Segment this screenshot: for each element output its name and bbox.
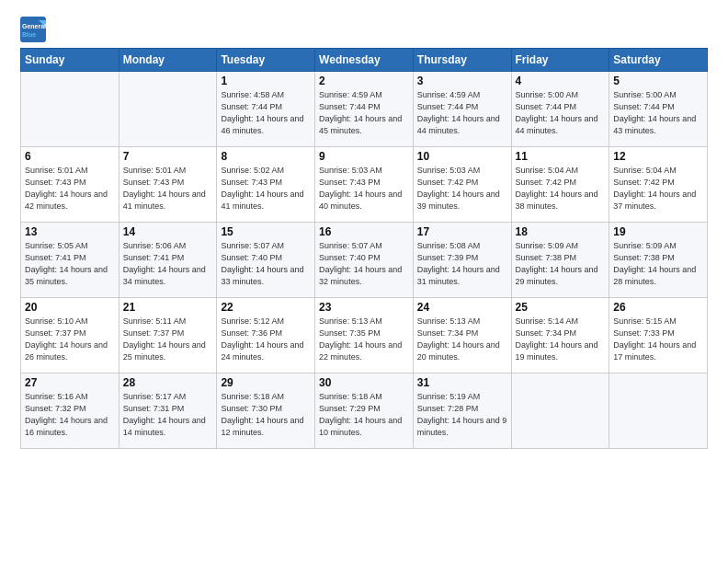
page: General Blue SundayMondayTuesdayWednesda… <box>0 0 728 563</box>
calendar-cell: 2Sunrise: 4:59 AMSunset: 7:44 PMDaylight… <box>315 72 414 147</box>
calendar-week-3: 13Sunrise: 5:05 AMSunset: 7:41 PMDayligh… <box>21 223 708 298</box>
calendar-cell: 17Sunrise: 5:08 AMSunset: 7:39 PMDayligh… <box>413 223 511 298</box>
calendar-cell: 25Sunrise: 5:14 AMSunset: 7:34 PMDayligh… <box>511 298 609 373</box>
weekday-header-monday: Monday <box>119 49 217 72</box>
day-info: Sunrise: 5:01 AMSunset: 7:43 PMDaylight:… <box>123 165 213 213</box>
calendar-cell: 26Sunrise: 5:15 AMSunset: 7:33 PMDayligh… <box>609 298 708 373</box>
day-info: Sunrise: 5:18 AMSunset: 7:29 PMDaylight:… <box>319 391 409 439</box>
day-info: Sunrise: 4:59 AMSunset: 7:44 PMDaylight:… <box>417 89 507 137</box>
weekday-header-friday: Friday <box>511 49 609 72</box>
calendar-cell <box>511 373 609 449</box>
weekday-header-thursday: Thursday <box>413 49 511 72</box>
day-info: Sunrise: 5:05 AMSunset: 7:41 PMDaylight:… <box>25 240 115 288</box>
calendar-table: SundayMondayTuesdayWednesdayThursdayFrid… <box>20 48 708 449</box>
calendar-cell: 28Sunrise: 5:17 AMSunset: 7:31 PMDayligh… <box>119 373 217 449</box>
day-info: Sunrise: 5:03 AMSunset: 7:43 PMDaylight:… <box>319 165 409 213</box>
day-number: 13 <box>25 225 115 238</box>
weekday-header-row: SundayMondayTuesdayWednesdayThursdayFrid… <box>21 49 708 72</box>
day-number: 3 <box>417 75 507 87</box>
logo-icon: General Blue <box>20 17 48 42</box>
day-info: Sunrise: 5:13 AMSunset: 7:34 PMDaylight:… <box>417 316 507 363</box>
day-number: 27 <box>25 376 115 389</box>
day-info: Sunrise: 5:09 AMSunset: 7:38 PMDaylight:… <box>613 240 703 288</box>
day-info: Sunrise: 5:00 AMSunset: 7:44 PMDaylight:… <box>516 89 606 137</box>
day-number: 11 <box>516 150 606 163</box>
calendar-cell: 4Sunrise: 5:00 AMSunset: 7:44 PMDaylight… <box>511 72 609 147</box>
day-info: Sunrise: 5:18 AMSunset: 7:30 PMDaylight:… <box>221 391 311 439</box>
day-number: 28 <box>123 376 213 389</box>
calendar-cell: 15Sunrise: 5:07 AMSunset: 7:40 PMDayligh… <box>217 223 315 298</box>
calendar-cell <box>119 72 217 147</box>
day-info: Sunrise: 5:17 AMSunset: 7:31 PMDaylight:… <box>123 391 213 439</box>
weekday-header-saturday: Saturday <box>609 49 708 72</box>
day-number: 22 <box>221 301 311 314</box>
day-number: 12 <box>613 150 703 163</box>
day-number: 29 <box>221 376 311 389</box>
calendar-cell: 29Sunrise: 5:18 AMSunset: 7:30 PMDayligh… <box>217 373 315 449</box>
weekday-header-wednesday: Wednesday <box>315 49 414 72</box>
day-info: Sunrise: 5:07 AMSunset: 7:40 PMDaylight:… <box>319 240 409 288</box>
day-info: Sunrise: 5:12 AMSunset: 7:36 PMDaylight:… <box>221 316 311 363</box>
day-number: 15 <box>221 225 311 238</box>
calendar-cell: 22Sunrise: 5:12 AMSunset: 7:36 PMDayligh… <box>217 298 315 373</box>
day-number: 30 <box>319 376 409 389</box>
day-number: 1 <box>221 75 311 87</box>
day-number: 10 <box>417 150 507 163</box>
calendar-cell: 9Sunrise: 5:03 AMSunset: 7:43 PMDaylight… <box>315 147 414 223</box>
day-info: Sunrise: 5:16 AMSunset: 7:32 PMDaylight:… <box>25 391 115 439</box>
day-number: 20 <box>25 301 115 314</box>
calendar-cell: 10Sunrise: 5:03 AMSunset: 7:42 PMDayligh… <box>413 147 511 223</box>
day-number: 18 <box>516 225 606 238</box>
calendar-cell: 19Sunrise: 5:09 AMSunset: 7:38 PMDayligh… <box>609 223 708 298</box>
calendar-cell: 20Sunrise: 5:10 AMSunset: 7:37 PMDayligh… <box>21 298 119 373</box>
day-number: 7 <box>123 150 213 163</box>
calendar-cell: 13Sunrise: 5:05 AMSunset: 7:41 PMDayligh… <box>21 223 119 298</box>
day-number: 19 <box>613 225 703 238</box>
day-info: Sunrise: 5:02 AMSunset: 7:43 PMDaylight:… <box>221 165 311 213</box>
calendar-cell: 27Sunrise: 5:16 AMSunset: 7:32 PMDayligh… <box>21 373 119 449</box>
day-info: Sunrise: 5:00 AMSunset: 7:44 PMDaylight:… <box>613 89 703 137</box>
day-number: 17 <box>417 225 507 238</box>
day-number: 16 <box>319 225 409 238</box>
calendar-cell <box>609 373 708 449</box>
header: General Blue <box>20 17 708 42</box>
day-info: Sunrise: 5:04 AMSunset: 7:42 PMDaylight:… <box>613 165 703 213</box>
calendar-cell: 7Sunrise: 5:01 AMSunset: 7:43 PMDaylight… <box>119 147 217 223</box>
day-info: Sunrise: 5:15 AMSunset: 7:33 PMDaylight:… <box>613 316 703 363</box>
day-number: 23 <box>319 301 409 314</box>
calendar-cell: 8Sunrise: 5:02 AMSunset: 7:43 PMDaylight… <box>217 147 315 223</box>
calendar-cell: 14Sunrise: 5:06 AMSunset: 7:41 PMDayligh… <box>119 223 217 298</box>
day-info: Sunrise: 5:08 AMSunset: 7:39 PMDaylight:… <box>417 240 507 288</box>
day-info: Sunrise: 5:10 AMSunset: 7:37 PMDaylight:… <box>25 316 115 363</box>
calendar-cell: 16Sunrise: 5:07 AMSunset: 7:40 PMDayligh… <box>315 223 414 298</box>
day-info: Sunrise: 5:01 AMSunset: 7:43 PMDaylight:… <box>25 165 115 213</box>
day-number: 4 <box>516 75 606 87</box>
day-info: Sunrise: 4:58 AMSunset: 7:44 PMDaylight:… <box>221 89 311 137</box>
calendar-cell <box>21 72 119 147</box>
calendar-cell: 30Sunrise: 5:18 AMSunset: 7:29 PMDayligh… <box>315 373 414 449</box>
day-info: Sunrise: 5:06 AMSunset: 7:41 PMDaylight:… <box>123 240 213 288</box>
day-number: 2 <box>319 75 409 87</box>
calendar-cell: 6Sunrise: 5:01 AMSunset: 7:43 PMDaylight… <box>21 147 119 223</box>
svg-text:General: General <box>22 23 46 29</box>
calendar-cell: 18Sunrise: 5:09 AMSunset: 7:38 PMDayligh… <box>511 223 609 298</box>
day-number: 25 <box>516 301 606 314</box>
day-info: Sunrise: 5:11 AMSunset: 7:37 PMDaylight:… <box>123 316 213 363</box>
day-info: Sunrise: 5:09 AMSunset: 7:38 PMDaylight:… <box>516 240 606 288</box>
calendar-cell: 5Sunrise: 5:00 AMSunset: 7:44 PMDaylight… <box>609 72 708 147</box>
calendar-cell: 31Sunrise: 5:19 AMSunset: 7:28 PMDayligh… <box>413 373 511 449</box>
day-number: 24 <box>417 301 507 314</box>
calendar-cell: 3Sunrise: 4:59 AMSunset: 7:44 PMDaylight… <box>413 72 511 147</box>
day-number: 21 <box>123 301 213 314</box>
calendar-cell: 21Sunrise: 5:11 AMSunset: 7:37 PMDayligh… <box>119 298 217 373</box>
day-info: Sunrise: 5:13 AMSunset: 7:35 PMDaylight:… <box>319 316 409 363</box>
day-info: Sunrise: 5:19 AMSunset: 7:28 PMDaylight:… <box>417 391 507 439</box>
day-number: 6 <box>25 150 115 163</box>
day-number: 26 <box>613 301 703 314</box>
day-info: Sunrise: 5:07 AMSunset: 7:40 PMDaylight:… <box>221 240 311 288</box>
day-number: 31 <box>417 376 507 389</box>
day-info: Sunrise: 5:03 AMSunset: 7:42 PMDaylight:… <box>417 165 507 213</box>
calendar-week-1: 1Sunrise: 4:58 AMSunset: 7:44 PMDaylight… <box>21 72 708 147</box>
day-number: 5 <box>613 75 703 87</box>
weekday-header-tuesday: Tuesday <box>217 49 315 72</box>
